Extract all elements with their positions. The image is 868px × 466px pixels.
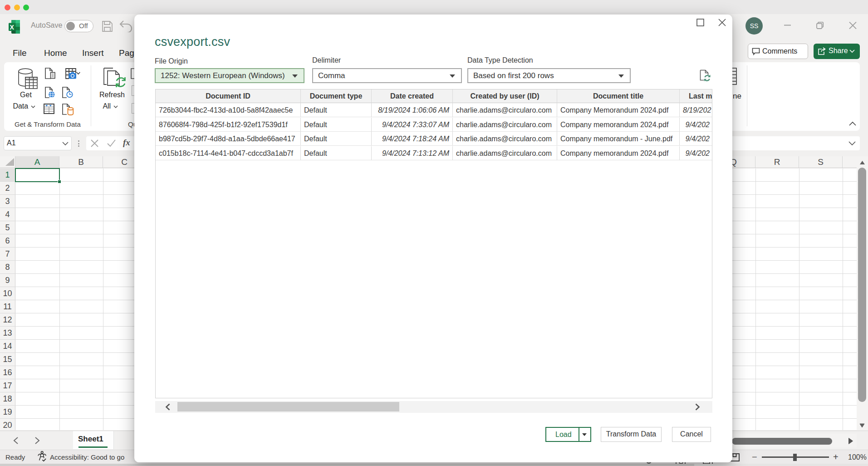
svg-text:X: X: [10, 24, 15, 31]
